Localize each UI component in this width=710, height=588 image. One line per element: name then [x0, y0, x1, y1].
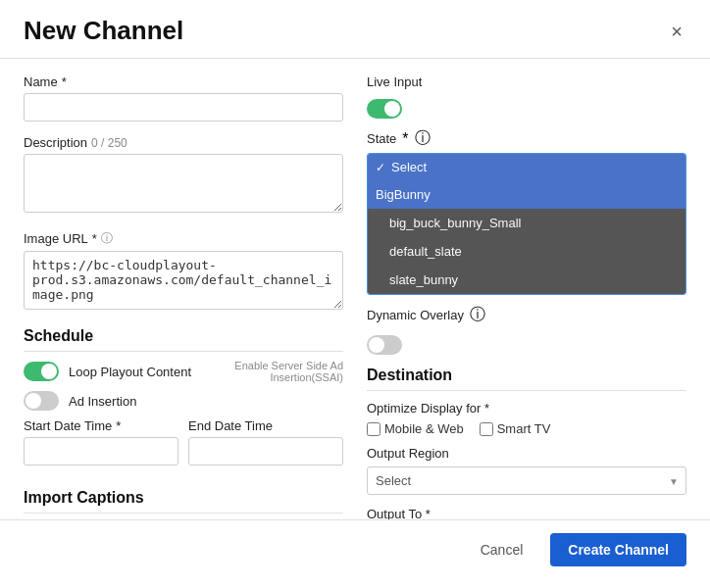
- output-region-select[interactable]: Select: [367, 466, 686, 495]
- mobile-web-label: Mobile & Web: [384, 421, 464, 436]
- dynamic-overlay-info-icon[interactable]: ⓘ: [470, 305, 485, 325]
- char-count: 0 / 250: [91, 136, 127, 150]
- state-label: State: [367, 131, 396, 146]
- smart-tv-option: Smart TV: [480, 421, 551, 436]
- loop-label: Loop Playout Content: [69, 365, 191, 379]
- destination-title: Destination: [367, 367, 686, 391]
- name-field-group: Name *: [24, 74, 343, 122]
- import-captions-section-title: Import Captions: [24, 489, 343, 514]
- loop-ssai-row: Loop Playout Content Enable Server Side …: [24, 360, 343, 383]
- ad-insertion-toggle[interactable]: [24, 391, 59, 411]
- dropdown-item-defaultslate[interactable]: default_slate: [368, 237, 685, 266]
- mobile-web-option: Mobile & Web: [367, 421, 464, 436]
- live-input-toggle[interactable]: [367, 99, 402, 119]
- loop-toggle[interactable]: [24, 362, 59, 381]
- dropdown-item-bigbucksmall[interactable]: big_buck_bunny_Small: [368, 209, 685, 237]
- ad-insertion-label: Ad Insertion: [69, 394, 136, 409]
- mobile-web-checkbox[interactable]: [367, 422, 380, 436]
- dropdown-selected-item[interactable]: ✓ Select: [368, 154, 685, 180]
- left-column: Name * Description 0 / 250 Im: [24, 74, 343, 504]
- state-dropdown-open: ✓ Select BigBunny big_buck_bunny_Small d…: [367, 153, 686, 295]
- end-date-input[interactable]: [188, 437, 343, 466]
- start-date-group: Start Date Time *: [24, 418, 178, 466]
- modal-header: New Channel ×: [0, 0, 710, 59]
- name-label: Name *: [24, 74, 343, 89]
- ad-insertion-row: Ad Insertion: [24, 391, 343, 411]
- modal-footer: Cancel Create Channel: [0, 519, 710, 578]
- end-date-label: End Date Time: [188, 418, 343, 433]
- smart-tv-label: Smart TV: [497, 421, 551, 436]
- image-url-info-icon[interactable]: ⓘ: [101, 230, 113, 247]
- ssai-label: Enable Server Side Ad Insertion(SSAI): [201, 360, 343, 383]
- output-region-label: Output Region: [367, 446, 686, 461]
- dynamic-overlay-toggle[interactable]: [367, 335, 402, 355]
- modal-title: New Channel: [24, 16, 183, 46]
- date-row: Start Date Time * End Date Time: [24, 418, 343, 479]
- start-date-label: Start Date Time *: [24, 418, 178, 433]
- end-date-group: End Date Time: [188, 418, 343, 466]
- cancel-button[interactable]: Cancel: [465, 534, 539, 565]
- live-input-row: Live Input: [367, 74, 686, 89]
- create-channel-button[interactable]: Create Channel: [550, 533, 686, 566]
- smart-tv-checkbox[interactable]: [480, 422, 493, 436]
- check-icon: ✓: [376, 161, 385, 174]
- close-button[interactable]: ×: [667, 18, 686, 45]
- right-column: Live Input State * ⓘ ✓ Select: [367, 74, 686, 504]
- start-date-input[interactable]: [24, 437, 178, 466]
- description-label: Description 0 / 250: [24, 135, 343, 150]
- description-field-group: Description 0 / 250: [24, 135, 343, 217]
- dropdown-item-bigbunny[interactable]: BigBunny: [368, 180, 685, 209]
- image-url-label: Image URL * ⓘ: [24, 230, 343, 247]
- dropdown-list: BigBunny big_buck_bunny_Small default_sl…: [368, 180, 685, 294]
- live-input-label: Live Input: [367, 74, 422, 89]
- image-url-input[interactable]: https://bc-cloudplayout-prod.s3.amazonaw…: [24, 251, 343, 310]
- state-info-icon[interactable]: ⓘ: [415, 128, 431, 149]
- state-row: State * ⓘ: [367, 128, 686, 149]
- modal-body: Name * Description 0 / 250 Im: [0, 59, 710, 519]
- output-region-select-wrapper: Select: [367, 466, 686, 495]
- description-input[interactable]: [24, 154, 343, 213]
- dynamic-overlay-label: Dynamic Overlay: [367, 308, 464, 322]
- image-url-field-group: Image URL * ⓘ https://bc-cloudplayout-pr…: [24, 230, 343, 314]
- name-input[interactable]: [24, 93, 343, 122]
- new-channel-modal: New Channel × Name * Description: [0, 0, 710, 588]
- state-dropdown[interactable]: ✓ Select BigBunny big_buck_bunny_Small d…: [367, 153, 686, 295]
- output-to-label: Output To *: [367, 507, 686, 519]
- optimize-label: Optimize Display for *: [367, 401, 686, 416]
- optimize-checkbox-row: Mobile & Web Smart TV: [367, 421, 686, 436]
- schedule-section-title: Schedule: [24, 327, 343, 352]
- dropdown-item-slatebunny[interactable]: slate_bunny: [368, 266, 685, 294]
- dynamic-overlay-row: Dynamic Overlay ⓘ: [367, 305, 686, 325]
